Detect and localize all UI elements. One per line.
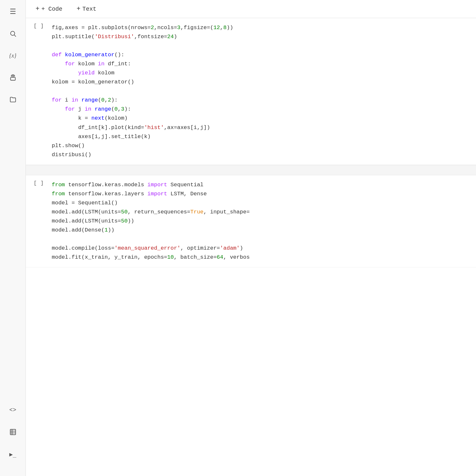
table-icon[interactable]: [6, 426, 19, 438]
svg-point-0: [10, 31, 15, 36]
toolbar: + + Code + Text: [26, 0, 476, 18]
cell-2-content[interactable]: from tensorflow.keras.models import Sequ…: [52, 179, 476, 263]
add-code-button[interactable]: + + Code: [32, 3, 66, 15]
svg-rect-4: [10, 429, 16, 435]
cell-2-bracket: [ ]: [34, 180, 44, 186]
search-icon[interactable]: [6, 27, 19, 40]
notebook-cell-2: [ ] from tensorflow.keras.models import …: [26, 175, 476, 267]
cell-1-content[interactable]: fig,axes = plt.subplots(nrows=2,ncols=3,…: [52, 22, 476, 161]
notebook-cell-1: [ ] fig,axes = plt.subplots(nrows=2,ncol…: [26, 18, 476, 165]
menu-icon[interactable]: ☰: [6, 5, 19, 18]
cell-1-code: fig,axes = plt.subplots(nrows=2,ncols=3,…: [52, 23, 471, 159]
sidebar: ☰ {x} <> ▶_: [0, 0, 26, 476]
add-text-button[interactable]: + Text: [73, 3, 100, 15]
svg-rect-3: [10, 77, 15, 80]
svg-line-1: [14, 35, 16, 37]
cell-separator: [26, 165, 476, 175]
code-diff-icon[interactable]: <>: [6, 404, 19, 416]
main-content: + + Code + Text [ ] fig,axes = plt.subpl…: [26, 0, 476, 476]
secrets-icon[interactable]: [6, 71, 19, 84]
files-icon[interactable]: [6, 93, 19, 106]
cell-2-code: from tensorflow.keras.models import Sequ…: [52, 180, 471, 262]
cell-1-gutter: [ ]: [26, 22, 52, 161]
cell-1-bracket: [ ]: [34, 23, 44, 29]
variables-icon[interactable]: {x}: [6, 49, 19, 62]
code-area[interactable]: [ ] fig,axes = plt.subplots(nrows=2,ncol…: [26, 18, 476, 476]
terminal-icon[interactable]: ▶_: [6, 448, 19, 460]
cell-2-gutter: [ ]: [26, 179, 52, 263]
